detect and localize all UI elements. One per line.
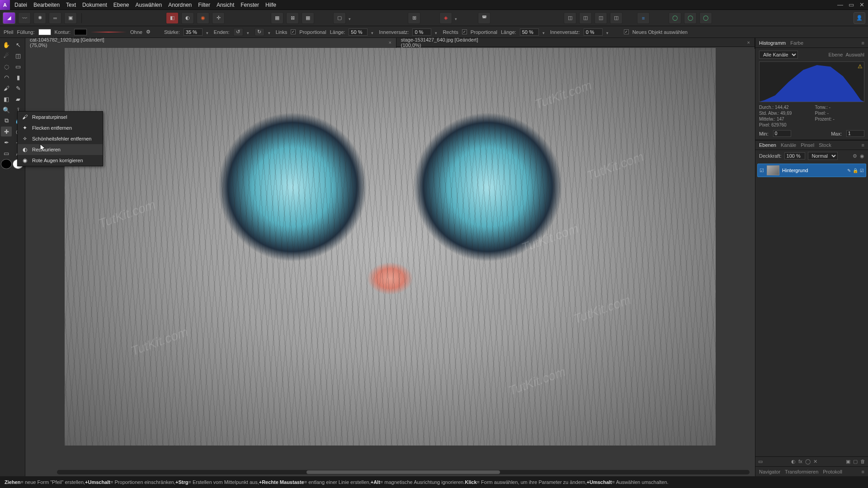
menu-anordnen[interactable]: Anordnen [168,2,192,8]
tab-ebenen[interactable]: Ebenen [759,142,776,148]
flyout-reparaturpinsel[interactable]: 🖌Reparaturpinsel [18,112,103,122]
inset2-dd[interactable] [606,30,610,34]
flood-tool[interactable]: ▮ [13,72,24,82]
tab-kanaele[interactable]: Kanäle [781,142,796,148]
menu-dokument[interactable]: Dokument [82,2,107,8]
pencil-tool[interactable]: ✎ [13,83,24,93]
grid-x-button[interactable]: ⊠ [286,12,299,24]
persona-tone[interactable]: ═ [49,12,61,24]
panel-menu-icon[interactable]: ≡ [862,40,864,46]
tab-navigator[interactable]: Navigator [759,469,780,474]
eraser-tool[interactable]: ◧ [1,94,12,104]
layer-group-icon[interactable]: ▣ [846,459,850,465]
sync-2[interactable]: ◯ [684,12,697,24]
canvas[interactable]: TutKit.com TutKit.com TutKit.com TutKit.… [25,47,755,476]
autolevels-button[interactable]: ◐ [181,12,194,24]
marquee-tool[interactable]: ▭ [13,61,24,71]
len-input-2[interactable] [520,28,539,36]
end-start-dd[interactable] [247,30,251,34]
close-icon[interactable]: ✕ [859,1,864,8]
persona-liquify[interactable]: 〰 [18,12,31,24]
flyout-schoenheitsfehler[interactable]: ✧Schönheitsfehler entfernen [18,133,103,144]
autocolor-button[interactable]: ◧ [166,12,179,24]
menu-auswaehlen[interactable]: Auswählen [135,2,162,8]
crop-tool[interactable]: ◫ [13,51,24,61]
bottom-menu-icon[interactable]: ≡ [862,469,864,474]
lasso-tool[interactable]: ◠ [1,72,12,82]
blend-select[interactable]: Normal [808,152,838,160]
sync-1[interactable]: ◯ [669,12,681,24]
gear-icon[interactable]: ⚙ [146,29,151,35]
layer-crop-icon[interactable]: ✕ [813,459,817,465]
end-end-dd[interactable] [268,30,272,34]
min-input[interactable] [773,130,791,137]
max-input[interactable] [846,130,864,137]
arrange-button[interactable]: ≡ [637,12,650,24]
menu-hilfe[interactable]: Hilfe [265,2,276,8]
pen-tool[interactable]: ✒ [1,137,12,147]
layer-row[interactable]: ☑ Hintergrund ✎ 🔒 ☑ [757,164,866,177]
layer-delete-icon[interactable]: 🗑 [860,459,865,465]
left-prop-checkbox[interactable]: ✓ [291,29,296,34]
tab-1-close[interactable]: × [388,40,391,45]
flyout-rote-augen[interactable]: ◉Rote Augen korrigieren [18,155,103,166]
channel-select[interactable]: Alle Kanäle [759,51,798,59]
h-scrollbar[interactable] [57,470,750,474]
zoom-tool[interactable]: 🔍 [1,105,12,115]
layer-gear-icon[interactable]: ⚙ [853,153,857,159]
layer-add-icon[interactable]: ▢ [853,459,858,465]
layer-link-icon[interactable]: ☑ [860,168,864,173]
len1-dd[interactable] [371,30,375,34]
persona-develop[interactable]: ✺ [33,12,46,24]
align-3[interactable]: ◫ [594,12,607,24]
len-input-1[interactable] [349,28,368,36]
quickmask-button[interactable]: ◚ [478,12,491,24]
menu-fenster[interactable]: Fenster [241,2,259,8]
layer-mask-icon[interactable]: ▭ [758,459,763,465]
end-end[interactable]: ↻ [255,28,264,36]
tab-stock[interactable]: Stock [819,142,831,148]
grid-on-button[interactable]: ▦ [302,12,314,24]
grid-off-button[interactable]: ▦ [271,12,283,24]
lock-dropdown[interactable] [455,16,459,20]
tab-transform[interactable]: Transformieren [785,469,818,474]
strength-dd[interactable] [206,30,210,34]
menu-datei[interactable]: Datei [14,2,27,8]
shape-tool[interactable]: ▭ [1,148,12,158]
brush-tool[interactable]: 🖌 [1,83,12,93]
tab-histogramm[interactable]: Histogramm [759,40,786,46]
len2-dd[interactable] [542,30,547,34]
strength-input[interactable] [184,28,203,36]
layer-fx-icon[interactable]: ◉ [860,153,864,159]
healing-tool[interactable]: ✚ [1,127,12,136]
autocontrast-button[interactable]: ◉ [197,12,209,24]
layers-menu-icon[interactable]: ≡ [862,142,864,148]
layer-live-icon[interactable]: ◯ [805,459,811,465]
sync-3[interactable]: ◯ [699,12,712,24]
opacity-input[interactable] [784,152,805,160]
flyout-flecken[interactable]: ✦Flecken entfernen [18,122,103,133]
menu-bearbeiten[interactable]: Bearbeiten [33,2,60,8]
autowhite-button[interactable]: ✢ [212,12,225,24]
hist-sub-ebene[interactable]: Ebene [829,52,843,57]
persona-photo[interactable]: ◢ [3,12,15,24]
menu-ansicht[interactable]: Ansicht [217,2,234,8]
layer-edit-icon[interactable]: ✎ [847,168,851,173]
selection-tool[interactable]: ◌ [1,61,12,71]
move-tool[interactable]: ↖ [13,40,24,50]
view-tool[interactable]: ☄ [1,51,12,61]
flyout-restaurieren[interactable]: ◐Restaurieren [18,144,103,155]
tab-protokoll[interactable]: Protokoll [823,469,842,474]
align-1[interactable]: ◫ [564,12,576,24]
layer-visible-icon[interactable]: ☑ [760,168,764,174]
menu-ebene[interactable]: Ebene [113,2,129,8]
inset-input-2[interactable] [584,28,603,36]
hand-tool[interactable]: ✋ [1,40,12,50]
crop-ratio-button[interactable]: ▢ [333,12,346,24]
align-2[interactable]: ◫ [579,12,592,24]
end-start[interactable]: ↺ [233,28,243,36]
layer-lock-icon[interactable]: 🔒 [853,168,858,173]
color-fg[interactable] [1,159,12,169]
maximize-icon[interactable]: ▭ [849,1,854,8]
menu-text[interactable]: Text [66,2,76,8]
